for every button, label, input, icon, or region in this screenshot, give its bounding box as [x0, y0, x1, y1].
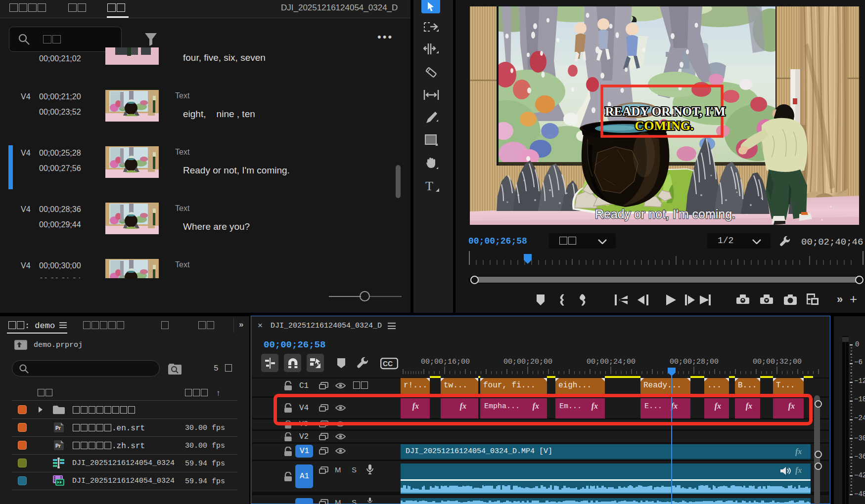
svg-text:Pr: Pr: [55, 425, 61, 431]
svg-text:CC: CC: [383, 360, 393, 368]
svg-text:Ready or not, I'm coming.: Ready or not, I'm coming.: [595, 207, 735, 221]
svg-text:Pr: Pr: [55, 443, 61, 449]
svg-text:READY OR NOT, I'M: READY OR NOT, I'M: [605, 105, 725, 118]
svg-text:COMING.: COMING.: [635, 119, 693, 133]
